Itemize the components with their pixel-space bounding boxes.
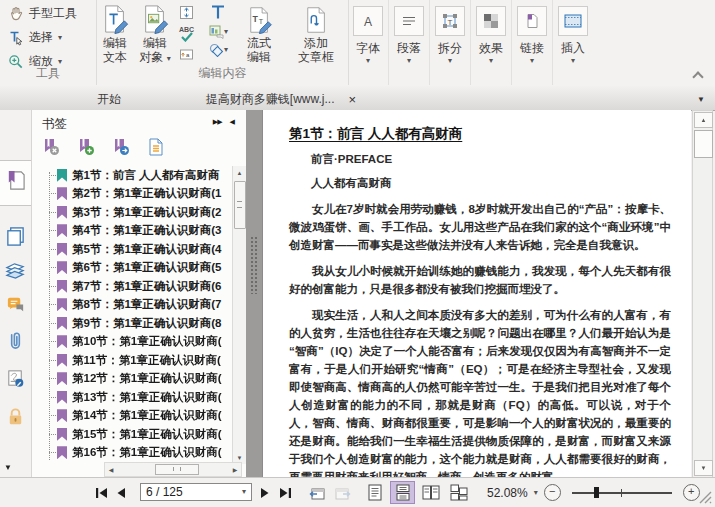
doc-scroll-down-icon[interactable]: ▼ [694,460,713,476]
effect-button[interactable]: 效果 ▾ [471,0,512,85]
horizontal-scroll-track[interactable] [117,463,229,476]
edit-object-button[interactable]: 编辑 对象 ▾ [134,4,176,64]
more-panels-icon[interactable]: ▼ [4,463,12,472]
scroll-right-icon[interactable]: ▶ [229,466,241,473]
splitter-handle[interactable] [250,236,259,294]
add-bookmark-button[interactable] [77,138,95,156]
next-view-button[interactable] [334,485,352,501]
replace-text-icon[interactable]: a [179,47,194,62]
bookmark-item[interactable]: 第3节：第1章正确认识财商(2 [32,203,233,222]
select-text-icon [8,30,24,46]
hand-tool-button[interactable]: 手型工具 [8,5,77,22]
panel-expand-icon[interactable]: ▶▶ [213,118,222,126]
tab-start[interactable]: 开始 [34,88,184,110]
add-article-box-icon [303,6,330,34]
select-tool-button[interactable]: 选择 ▾ [8,29,62,46]
effect-icon [484,14,498,28]
scroll-up-icon[interactable]: ▲ [233,166,246,179]
expand-bookmarks-button[interactable] [147,138,165,156]
panel-collapse-icon[interactable]: ◀ [230,118,234,126]
bookmark-item[interactable]: 第7节：第1章正确认识财商(6 [32,277,233,296]
bookmark-item[interactable]: 第9节：第1章正确认识财商(8 [32,314,233,333]
bookmarks-scroll-thumb[interactable] [234,181,246,229]
document-paragraph: 我从女儿小时候就开始训练她的赚钱能力，我发现，每个人先天都有很好的创富能力，只是… [289,262,671,298]
layers-panel-icon[interactable] [5,260,26,281]
bookmark-item[interactable]: 第1节：前言 人人都有高财商 [32,166,233,185]
document-page[interactable]: 第1节：前言 人人都有高财商 前言·PREFACE 人人都有高财商 女儿在7岁时… [262,110,691,478]
previous-page-button[interactable] [112,485,130,501]
zoom-slider-thumb[interactable] [594,487,599,498]
panel-splitter[interactable] [246,110,262,478]
comments-panel-icon[interactable] [5,295,26,316]
collapse-ribbon-icon[interactable] [693,72,703,78]
page-dropdown-icon[interactable]: ▾ [242,488,246,496]
bookmark-item[interactable]: 第4节：第1章正确认识财商(3 [32,222,233,241]
spellcheck-button[interactable]: ABC [179,26,196,41]
tab-close-icon[interactable]: × [349,93,357,106]
split-button[interactable]: T 拆分 ▾ [430,0,471,85]
add-article-box-button[interactable]: 添加 文章框 [289,6,343,64]
bookmarks-vertical-scrollbar[interactable]: ▲ ▼ [232,166,246,464]
zoom-out-button[interactable]: − [544,484,561,501]
single-page-view-button[interactable] [362,481,387,504]
locate-bookmark-button[interactable] [112,138,130,156]
shape-tool-icon [209,43,224,57]
paragraph-button[interactable]: 段落 ▾ [389,0,430,85]
insert-button[interactable]: 插入 ▾ [553,0,593,85]
add-text-icon[interactable] [209,4,227,21]
bookmark-item[interactable]: 第14节：第1章正确认识财商( [32,407,233,426]
merge-text-icon[interactable] [179,5,194,20]
flow-edit-button[interactable]: TT 流式 编辑 [239,6,279,64]
first-page-button[interactable] [92,485,110,501]
facing-view-button[interactable] [418,481,443,504]
resize-grip[interactable] [698,490,712,504]
zoom-slider[interactable] [572,485,672,500]
pages-panel-icon[interactable] [5,226,26,247]
bookmark-item[interactable]: 第6节：第1章正确认识财商(5 [32,259,233,278]
horizontal-scroll-thumb[interactable] [155,464,199,475]
security-panel-icon[interactable] [5,406,26,427]
document-vertical-scrollbar[interactable]: ▲ ▼ [692,110,713,478]
image-annotation-button[interactable]: ▾ [209,25,228,39]
doc-scroll-thumb[interactable] [694,130,713,158]
page-number-input[interactable]: 6 / 125 ▾ [140,483,252,501]
select-dropdown-icon[interactable]: ▾ [58,34,62,42]
bookmarks-horizontal-scrollbar[interactable]: ◀ ▶ [104,462,242,477]
tree-connector [49,175,56,176]
edit-object-icon [141,4,169,34]
bookmarks-panel-icon[interactable] [5,170,26,191]
edit-object-dropdown-icon[interactable]: ▾ [167,54,171,63]
bookmark-item[interactable]: 第11节：第1章正确认识财商( [32,351,233,370]
bookmark-item[interactable]: 第2节：第1章正确认识财商(1 [32,185,233,204]
font-button[interactable]: A 字体 ▾ [348,0,389,85]
scroll-left-icon[interactable]: ◀ [105,466,117,473]
bookmark-item[interactable]: 第15节：第1章正确认识财商( [32,425,233,444]
svg-text:T: T [258,18,263,25]
next-page-button[interactable] [256,485,274,501]
continuous-facing-view-button[interactable] [446,481,471,504]
svg-text:A: A [364,15,372,29]
delete-bookmark-button[interactable] [42,138,60,156]
bookmark-item[interactable]: 第5节：第1章正确认识财商(4 [32,240,233,259]
continuous-view-button[interactable] [390,481,415,504]
bookmark-item[interactable]: 第13节：第1章正确认识财商( [32,388,233,407]
doc-scroll-up-icon[interactable]: ▲ [694,112,713,128]
bookmark-item[interactable]: 第10节：第1章正确认识财商( [32,333,233,352]
attachments-panel-icon[interactable] [5,330,26,351]
bookmarks-toolbar [32,138,256,164]
last-page-button[interactable] [276,485,294,501]
edit-text-button[interactable]: 编辑 文本 [98,4,132,64]
link-button[interactable]: 链接 ▾ [512,0,553,85]
tab-document[interactable]: 提高财商多赚钱[www.j... × [188,88,374,110]
tab-list-dropdown-icon[interactable]: ▼ [697,95,705,104]
bookmark-item[interactable]: 第16节：第1章正确认识财商( [32,444,233,463]
document-paragraph: 女儿在7岁时就会用劳动赚钱，8岁时就开发出自己的“产品”：按摩卡、微波鸡蛋饼、画… [289,200,671,254]
bookmark-item[interactable]: 第12节：第1章正确认识财商( [32,370,233,389]
signature-panel-icon[interactable] [5,368,26,389]
zoom-level-dropdown-icon[interactable]: ▾ [534,489,538,497]
bookmark-item[interactable]: 第8节：第1章正确认识财商(7 [32,296,233,315]
bookmark-label: 第4节：第1章正确认识财商(3 [72,223,222,238]
shape-tool-button[interactable]: ▾ [209,43,228,57]
previous-view-button[interactable] [308,485,326,501]
link-label: 链接 [520,40,544,57]
